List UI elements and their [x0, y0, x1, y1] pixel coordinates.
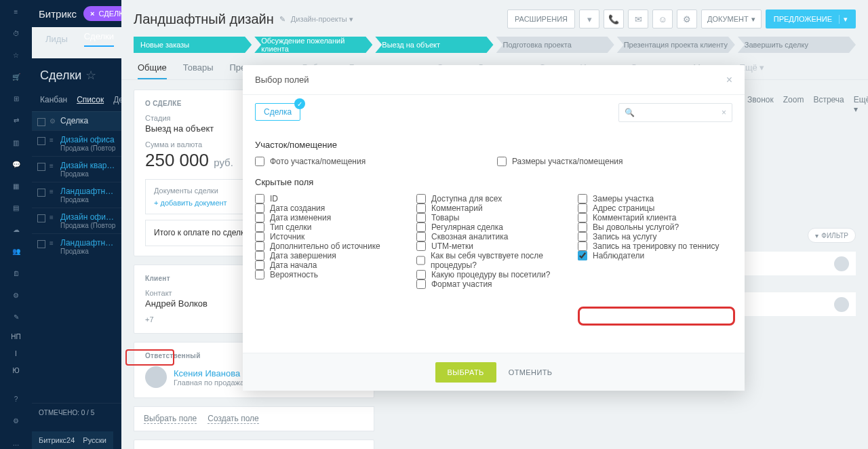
checkbox[interactable]: [37, 214, 45, 222]
view-kanban[interactable]: Канбан: [40, 95, 67, 104]
checkbox[interactable]: [255, 241, 264, 251]
close-icon[interactable]: ×: [90, 9, 94, 18]
field-item[interactable]: ID: [255, 194, 410, 203]
chat-icon[interactable]: ☺: [652, 9, 673, 28]
select-field-button[interactable]: Выбрать поле: [144, 414, 197, 424]
checkbox[interactable]: [578, 213, 587, 222]
rail-icon[interactable]: ⊞: [9, 93, 24, 105]
rail-icon[interactable]: ⚙: [9, 289, 24, 301]
field-item[interactable]: Запись на услугу: [578, 232, 732, 241]
tab-leads[interactable]: Лиды: [45, 34, 68, 44]
field-item[interactable]: Дата изменения: [255, 213, 410, 222]
tab-general[interactable]: Общие: [138, 62, 167, 79]
rail-icon[interactable]: 🗓: [9, 267, 24, 279]
offer-button[interactable]: ПРЕДЛОЖЕНИЕ▾: [766, 9, 856, 28]
rail-icon[interactable]: ⏱: [9, 27, 24, 39]
checkbox[interactable]: [578, 194, 587, 203]
field-item[interactable]: Дата начала: [255, 260, 410, 270]
rail-icon[interactable]: ⇄: [9, 115, 24, 127]
field-item[interactable]: Запись на тренировку по теннису: [578, 241, 732, 251]
checkbox[interactable]: [37, 189, 45, 197]
offer-dropdown[interactable]: ▾: [839, 15, 848, 24]
checkbox[interactable]: [255, 203, 264, 213]
field-photo[interactable]: Фото участка/помещения: [255, 157, 490, 166]
rail-more-icon[interactable]: …: [9, 437, 24, 449]
field-item[interactable]: Вы довольны услугой?: [578, 222, 732, 232]
list-item[interactable]: ≡Дизайн офисного помещенияПродажа (Повто…: [32, 208, 121, 233]
checkbox[interactable]: [255, 157, 264, 166]
gear-icon[interactable]: ⚙: [677, 9, 697, 28]
stage[interactable]: Новые заказы: [134, 37, 252, 53]
checkbox[interactable]: [578, 251, 587, 260]
rail-icon[interactable]: 👥: [9, 246, 24, 258]
checkbox[interactable]: [497, 157, 507, 166]
field-item[interactable]: Формат участия: [416, 279, 571, 289]
rail-icon[interactable]: 💬: [9, 158, 24, 170]
activity-zoom[interactable]: Zoom: [783, 95, 804, 114]
checkbox[interactable]: [578, 222, 587, 232]
list-item[interactable]: ≡Ландшафтный дизайн_большоПродажа: [32, 182, 121, 208]
checkbox[interactable]: [416, 222, 426, 232]
entity-tab-deal[interactable]: Сделка✓: [255, 103, 300, 121]
checkbox[interactable]: [37, 137, 45, 145]
field-item[interactable]: Доступна для всех: [416, 194, 571, 203]
search-input[interactable]: 🔍×: [618, 103, 732, 122]
checkbox[interactable]: [416, 256, 425, 265]
rail-icon[interactable]: ☆: [9, 49, 24, 61]
activity-call[interactable]: Звонок: [747, 95, 774, 114]
checkbox[interactable]: [416, 279, 426, 289]
field-item[interactable]: Тип сделки: [255, 222, 410, 232]
drag-icon[interactable]: ≡: [50, 162, 56, 170]
star-icon[interactable]: ☆: [85, 68, 96, 83]
field-item[interactable]: Замеры участка: [578, 194, 732, 203]
resp-name[interactable]: Ксения Иванова: [174, 368, 250, 378]
field-item[interactable]: Сквозная аналитика: [416, 232, 571, 241]
rail-settings-icon[interactable]: ⚙: [9, 415, 24, 427]
field-item[interactable]: Вероятность: [255, 270, 410, 279]
checkbox[interactable]: [255, 194, 264, 203]
checkbox[interactable]: [255, 260, 264, 270]
field-item[interactable]: Товары: [416, 213, 571, 222]
tab-goods[interactable]: Товары: [183, 62, 214, 79]
activity-meeting[interactable]: Встреча: [813, 95, 844, 114]
field-item[interactable]: Дата завершения: [255, 251, 410, 260]
field-item[interactable]: Дополнительно об источнике: [255, 241, 410, 251]
checkbox[interactable]: [416, 270, 426, 279]
rail-text[interactable]: Ю: [12, 367, 19, 374]
mail-icon[interactable]: ✉: [628, 9, 648, 28]
view-list[interactable]: Список: [77, 95, 104, 104]
phone-icon[interactable]: 📞: [604, 9, 624, 28]
checkbox[interactable]: [255, 251, 264, 260]
checkbox[interactable]: [578, 203, 587, 213]
select-button[interactable]: ВЫБРАТЬ: [435, 362, 496, 383]
field-item[interactable]: Регулярная сделка: [416, 222, 571, 232]
rail-text[interactable]: НП: [11, 333, 20, 340]
rail-icon[interactable]: 🛒: [9, 71, 24, 83]
list-item[interactable]: ≡Дизайн офисаПродажа (Повтор: [32, 130, 121, 156]
checkbox[interactable]: [255, 222, 264, 232]
checkbox[interactable]: [578, 232, 587, 241]
filter-pill[interactable]: ▾ ФИЛЬТР: [808, 228, 856, 243]
checkbox[interactable]: [255, 270, 264, 279]
field-item[interactable]: Как вы себя чувствуете после процедуры?: [416, 251, 571, 270]
list-item[interactable]: ≡Дизайн квартирПродажа: [32, 156, 121, 182]
document-button[interactable]: ДОКУМЕНТ ▾: [701, 9, 762, 28]
field-item[interactable]: Дата создания: [255, 203, 410, 213]
rail-icon[interactable]: ☁: [9, 224, 24, 236]
checkbox[interactable]: [416, 194, 426, 203]
stage[interactable]: Презентация проекта клиенту: [617, 37, 735, 53]
field-observers[interactable]: Наблюдатели: [578, 251, 732, 260]
lang-button[interactable]: Русски: [83, 436, 106, 444]
stage[interactable]: Завершить сделку: [738, 37, 856, 53]
checkbox[interactable]: [255, 213, 264, 222]
gear-icon[interactable]: ⚙: [50, 117, 56, 125]
checkbox[interactable]: [37, 163, 45, 171]
checkbox[interactable]: [416, 213, 426, 222]
checkbox[interactable]: [416, 232, 426, 241]
checkbox[interactable]: [37, 240, 45, 248]
edit-icon[interactable]: ✎: [279, 15, 285, 24]
checkbox[interactable]: [37, 118, 45, 126]
tab-deals[interactable]: Сделки: [84, 31, 114, 47]
extensions-dropdown[interactable]: ▾: [579, 9, 599, 28]
drag-icon[interactable]: ≡: [50, 239, 56, 247]
